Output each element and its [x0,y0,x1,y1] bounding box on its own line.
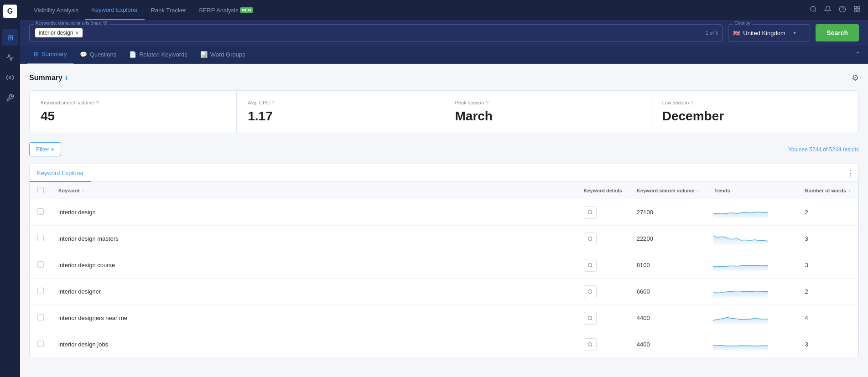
tab-questions[interactable]: 💬 Questions [73,46,123,64]
row-cb-1[interactable] [37,235,44,241]
detail-btn-3[interactable] [584,285,597,298]
stat-cpc-value: 1.17 [248,109,432,124]
row-details-3[interactable] [577,279,629,305]
table-row: interior design masters 22200 3 [30,226,858,252]
stat-help-icon-1[interactable]: ? [271,100,274,105]
row-volume-3: 6600 [629,279,707,305]
header-checkbox[interactable] [30,182,52,199]
table-tab-keyword-explorer[interactable]: Keyword Explorer [30,165,91,182]
country-select[interactable]: 🇬🇧 United Kingdom ▾ [728,24,810,41]
table-row: interior designers near me 4400 4 [30,305,858,331]
svg-line-10 [591,213,592,214]
svg-point-1 [811,6,816,11]
apps-icon[interactable] [853,5,861,15]
table-row: interior design 27100 2 [30,199,858,226]
keyword-input[interactable]: interior design × [29,24,722,41]
stat-help-icon-0[interactable]: ? [96,100,99,105]
row-details-4[interactable] [577,305,629,331]
detail-btn-1[interactable] [584,232,597,245]
nav-serp-analysis[interactable]: SERP Analysis NEW [192,0,260,20]
stat-low-label: Low season ? [662,100,847,105]
bell-icon[interactable] [824,5,832,15]
row-cb-3[interactable] [37,288,44,294]
row-details-5[interactable] [577,331,629,358]
row-keyword-0: interior design [51,199,577,226]
search-count: 1 of 5 [706,30,718,36]
app-logo[interactable]: G [3,5,17,18]
row-checkbox-3[interactable] [30,279,52,305]
row-checkbox-4[interactable] [30,305,52,331]
search-icon[interactable] [810,5,817,15]
row-details-1[interactable] [577,226,629,252]
select-all-checkbox[interactable] [37,187,44,193]
row-keyword-3: interior designer [51,279,577,305]
stat-help-icon-3[interactable]: ? [691,100,693,105]
row-trends-4 [706,305,797,331]
stat-keyword-volume-label: Keyword search volume ? [41,100,225,105]
sidebar-icon-home[interactable]: ⊞ [2,29,18,46]
sidebar-icon-chart[interactable] [2,49,18,66]
nav-visibility[interactable]: Visibility Analysis [27,0,85,20]
header-volume[interactable]: Keyword search volume ↕ [629,182,707,199]
row-checkbox-1[interactable] [30,226,52,252]
header-words[interactable]: Number of words ↕ [797,182,858,199]
row-words-2: 3 [797,252,858,279]
row-cb-0[interactable] [37,208,44,215]
row-words-4: 4 [797,305,858,331]
table-header-row: Keyword ↕ Keyword details Keyword search… [30,182,858,199]
detail-btn-2[interactable] [584,259,597,272]
svg-point-17 [588,316,592,320]
svg-point-9 [588,210,592,214]
header-trends: Trends [706,182,797,199]
stat-low-value: December [662,109,847,124]
table-row: interior design jobs 4400 3 [30,331,858,358]
row-cb-4[interactable] [37,314,44,320]
row-volume-1: 22200 [629,226,707,252]
row-checkbox-0[interactable] [30,199,52,226]
settings-icon[interactable]: ⚙ [852,73,859,83]
nav-keyword-explorer[interactable]: Keyword Explorer [85,0,145,20]
tag-close-icon[interactable]: × [75,29,78,36]
row-cb-5[interactable] [37,341,44,347]
results-seen: 5244 [809,146,821,153]
row-details-2[interactable] [577,252,629,279]
row-details-0[interactable] [577,199,629,226]
header-keyword[interactable]: Keyword ↕ [51,182,577,199]
tabs-collapse-icon[interactable]: ⌃ [855,50,861,59]
row-cb-2[interactable] [37,261,44,268]
svg-rect-8 [858,10,860,12]
row-keyword-2: interior design course [51,252,577,279]
detail-btn-0[interactable] [584,206,597,219]
country-flag: 🇬🇧 [733,30,740,36]
stat-keyword-volume: Keyword search volume ? 45 [30,91,237,133]
search-button[interactable]: Search [816,24,859,41]
summary-info-icon[interactable]: ℹ [65,75,68,82]
header-keyword-details: Keyword details [577,182,629,199]
row-volume-0: 27100 [629,199,707,226]
sidebar-icon-plugin[interactable] [2,69,18,86]
table-container: Keyword Explorer ⋮ Keyword ↕ Keyword det… [29,164,859,358]
help-icon[interactable] [839,5,846,15]
nav-rank-tracker[interactable]: Rank Tracker [145,0,192,20]
sidebar-icon-tool[interactable] [2,89,18,106]
stat-cpc: Avg. CPC ? 1.17 [237,91,444,133]
tab-word-groups[interactable]: 📊 Word Groups [194,46,252,64]
svg-rect-5 [854,6,857,9]
stat-keyword-volume-value: 45 [41,109,225,124]
detail-btn-5[interactable] [584,338,597,351]
keyword-tag: interior design × [35,28,83,37]
table-more-icon[interactable]: ⋮ [843,164,858,181]
row-checkbox-2[interactable] [30,252,52,279]
filter-button[interactable]: Filter + [29,142,61,156]
topnav: Visibility Analysis Keyword Explorer Ran… [20,0,868,20]
keyword-table: Keyword ↕ Keyword details Keyword search… [30,182,858,358]
summary-tab-icon: ⊞ [34,51,39,57]
stat-help-icon-2[interactable]: ? [486,100,489,105]
tab-summary[interactable]: ⊞ Summary [27,46,73,64]
row-checkbox-5[interactable] [30,331,52,358]
related-tab-icon: 📄 [129,51,136,58]
tab-related-keywords[interactable]: 📄 Related Keywords [123,46,194,64]
row-words-5: 3 [797,331,858,358]
svg-line-16 [591,293,592,294]
detail-btn-4[interactable] [584,312,597,325]
